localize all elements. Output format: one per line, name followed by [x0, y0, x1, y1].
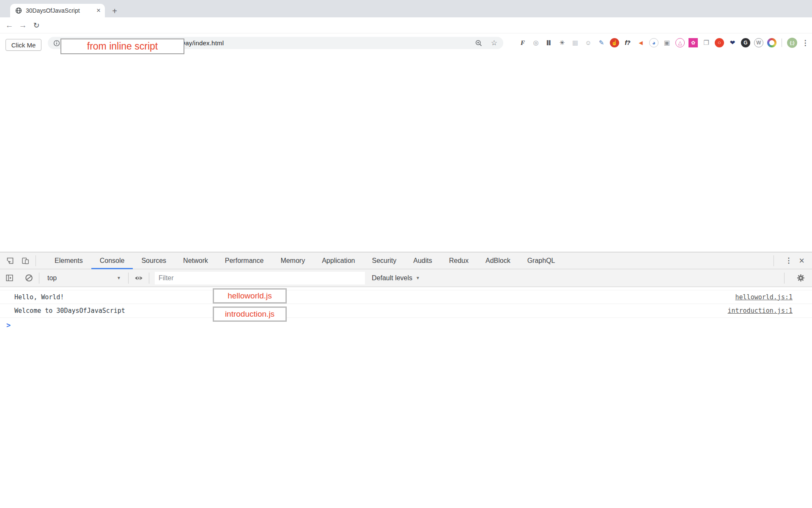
devtools-tab-console[interactable]: Console: [91, 252, 133, 269]
globe-favicon-icon: [15, 7, 22, 14]
stop-hand-extension-icon[interactable]: ☝: [610, 38, 619, 47]
red-o-extension-icon[interactable]: ○: [715, 38, 724, 47]
devtools-menu-icon[interactable]: ⋮: [785, 256, 792, 265]
bug-extension-icon[interactable]: ✳: [557, 38, 567, 47]
console-prompt-chevron-icon: >: [6, 321, 11, 329]
frame-context-value: top: [47, 274, 57, 282]
reload-button[interactable]: ↻: [30, 19, 42, 31]
browser-tab-strip: 30DaysOfJavaScript × +: [0, 0, 812, 17]
filter-input[interactable]: [155, 272, 365, 284]
toolbar-divider: [782, 39, 782, 47]
json-braces-extension-icon[interactable]: {;}: [787, 38, 797, 48]
devtools-tab-graphql[interactable]: GraphQL: [519, 252, 564, 269]
console-message-text: Welcome to 30DaysOfJavaScript: [14, 307, 125, 315]
chevron-down-icon: ▼: [416, 276, 420, 280]
divider: [128, 273, 129, 284]
device-toolbar-icon[interactable]: [19, 255, 31, 267]
color-ring-extension-icon[interactable]: [767, 38, 776, 47]
devtools-tab-elements[interactable]: Elements: [46, 252, 91, 269]
inline-script-annotation: from inline script: [60, 39, 184, 54]
devtools-tab-security[interactable]: Security: [363, 252, 405, 269]
devtools-tab-audits[interactable]: Audits: [405, 252, 440, 269]
w-circle-extension-icon[interactable]: W: [754, 38, 763, 47]
zoom-icon[interactable]: [475, 39, 483, 47]
pink-gear-extension-icon[interactable]: ✿: [689, 38, 698, 47]
page-info-icon[interactable]: [53, 40, 60, 47]
back-button[interactable]: ←: [3, 19, 15, 31]
tab-title: 30DaysOfJavaScript: [26, 7, 96, 14]
inspect-element-icon[interactable]: [4, 255, 16, 267]
close-tab-icon[interactable]: ×: [96, 7, 101, 14]
extension-toolbar: F◎▌▌✳▦☺✎☝f?◀◕▣△✿❐○❤GW {;} ⋮: [518, 35, 809, 51]
console-message-list: Hello, World!helloworld.jshelloworld.js:…: [0, 290, 812, 318]
devtools-tab-sources[interactable]: Sources: [133, 252, 175, 269]
pink-triangle-extension-icon[interactable]: △: [675, 38, 685, 47]
browser-menu-icon[interactable]: ⋮: [801, 39, 809, 47]
divider: [149, 273, 149, 284]
source-location-link[interactable]: introduction.js:1: [727, 307, 793, 315]
console-prompt-row[interactable]: >: [0, 318, 812, 332]
g-circle-extension-icon[interactable]: G: [741, 38, 750, 47]
console-settings-gear-icon[interactable]: [795, 273, 806, 284]
camera-extension-icon[interactable]: ▣: [662, 38, 672, 47]
grid-extension-icon[interactable]: ▦: [571, 38, 580, 47]
divider: [784, 273, 785, 284]
devtools-tab-application[interactable]: Application: [313, 252, 363, 269]
swirl-extension-icon[interactable]: ◕: [649, 38, 658, 47]
shutter-extension-icon[interactable]: ◎: [531, 38, 540, 47]
divider: [39, 273, 39, 284]
devtools-tabs: ElementsConsoleSourcesNetworkPerformance…: [46, 252, 563, 269]
chevron-down-icon: ▼: [117, 276, 121, 280]
devtools-tab-bar: ElementsConsoleSourcesNetworkPerformance…: [0, 252, 812, 269]
browser-navbar: ← → ↻ 127.0.0.1:5500/30DaysOfJavaScript/…: [0, 17, 812, 33]
console-toolbar: top ▼ Default levels ▼: [0, 269, 812, 287]
serif-f-extension-icon[interactable]: F: [518, 38, 527, 47]
browser-tab[interactable]: 30DaysOfJavaScript ×: [10, 4, 105, 17]
new-tab-button[interactable]: +: [109, 6, 120, 17]
eyedropper-extension-icon[interactable]: ✎: [597, 38, 606, 47]
log-levels-value: Default levels: [372, 274, 412, 282]
frame-context-select[interactable]: top ▼: [44, 274, 123, 282]
console-message-text: Hello, World!: [14, 293, 64, 301]
devtools-tab-network[interactable]: Network: [175, 252, 217, 269]
bookmark-star-icon[interactable]: ☆: [491, 39, 497, 47]
divider: [774, 255, 774, 266]
devtools-tab-performance[interactable]: Performance: [217, 252, 272, 269]
devtools-tab-memory[interactable]: Memory: [272, 252, 313, 269]
source-location-link[interactable]: helloworld.js:1: [735, 293, 793, 301]
divider: [36, 255, 36, 266]
console-message-row: Welcome to 30DaysOfJavaScriptintroductio…: [0, 304, 812, 318]
console-sidebar-icon[interactable]: [4, 273, 15, 284]
console-message-row: Hello, World!helloworld.jshelloworld.js:…: [0, 290, 812, 304]
megaphone-extension-icon[interactable]: ◀: [636, 38, 645, 47]
log-levels-select[interactable]: Default levels ▼: [372, 274, 420, 282]
clear-console-icon[interactable]: [23, 273, 34, 284]
annotation-overlay: helloworld.js: [213, 288, 287, 304]
forward-button[interactable]: →: [17, 19, 29, 31]
live-expression-eye-icon[interactable]: [133, 273, 144, 284]
devtools-tab-adblock[interactable]: AdBlock: [477, 252, 519, 269]
devtools-tab-redux[interactable]: Redux: [441, 252, 477, 269]
face-extension-icon[interactable]: ☺: [584, 38, 593, 47]
devtools-close-icon[interactable]: ×: [799, 257, 804, 265]
annotation-overlay: introduction.js: [213, 306, 287, 322]
heart-magnifier-extension-icon[interactable]: ❤: [728, 38, 737, 47]
f-question-extension-icon[interactable]: f?: [623, 38, 632, 47]
columns-extension-icon[interactable]: ▌▌: [544, 38, 554, 47]
click-me-button[interactable]: Click Me: [5, 39, 41, 51]
devtools-panel: ElementsConsoleSourcesNetworkPerformance…: [0, 252, 812, 508]
blocks-extension-icon[interactable]: ❐: [702, 38, 711, 47]
